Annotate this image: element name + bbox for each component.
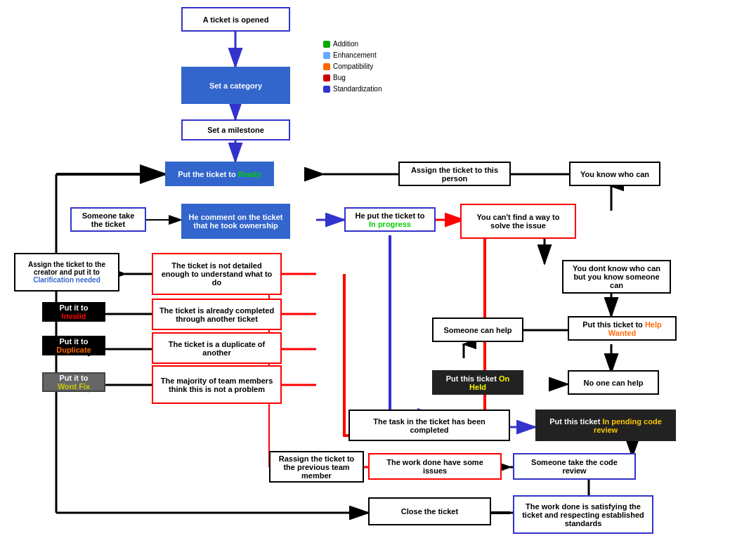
- legend-enhancement-dot: [323, 52, 330, 59]
- put-pending-node: Put this ticket In pending code review: [535, 410, 676, 441]
- cant-find-label: You can't find a way to solve the issue: [467, 213, 569, 230]
- assign-creator-label: Assign the ticket to the creator and put…: [21, 261, 112, 284]
- assign-person-node: Assign the ticket to this person: [398, 162, 511, 186]
- legend-bug: Bug: [323, 72, 382, 84]
- ticket-opened-label: A ticket is opened: [203, 15, 269, 24]
- put-wontfix-label: Put it to Wont Fix: [49, 374, 98, 391]
- close-ticket-node: Close the ticket: [368, 497, 491, 525]
- assign-creator-node: Assign the ticket to the creator and put…: [14, 253, 119, 292]
- duplicate-node: The ticket is a duplicate of another: [152, 332, 282, 364]
- you-know-who-label: You know who can: [580, 170, 649, 178]
- already-completed-label: The ticket is already completed through …: [159, 306, 275, 323]
- he-comment-label: He comment on the ticket that he took ow…: [188, 213, 283, 230]
- rassign-node: Rassign the ticket to the previous team …: [269, 451, 364, 483]
- someone-can-help-label: Someone can help: [443, 326, 511, 334]
- assign-person-label: Assign the ticket to this person: [405, 166, 504, 183]
- someone-can-help-node: Someone can help: [432, 317, 523, 342]
- work-issues-label: The work done have some issues: [375, 458, 495, 475]
- you-know-who-node: You know who can: [569, 162, 660, 186]
- legend-enhancement: Enhancement: [323, 50, 382, 61]
- no-one-help-label: No one can help: [584, 379, 644, 387]
- set-milestone-node: Set a milestone: [181, 119, 290, 140]
- task-completed-label: The task in the ticket has been complete…: [356, 417, 503, 434]
- put-ready-node: Put the ticket to Ready: [165, 162, 274, 186]
- legend-compatibility-label: Compatibility: [333, 61, 373, 72]
- dont-know-who-label: You dont know who can but you know someo…: [569, 264, 664, 289]
- already-completed-node: The ticket is already completed through …: [152, 299, 282, 330]
- legend-standardization: Standardization: [323, 84, 382, 95]
- close-ticket-label: Close the ticket: [401, 507, 458, 516]
- someone-review-node: Someone take the code review: [513, 453, 636, 480]
- duplicate-label: The ticket is a duplicate of another: [159, 340, 275, 357]
- flowchart: A ticket is opened Set a category Set a …: [0, 0, 756, 550]
- dont-know-who-node: You dont know who can but you know someo…: [562, 260, 671, 294]
- put-duplicate-node: Put it to Duplicate: [42, 336, 105, 355]
- ticket-opened-node: A ticket is opened: [181, 7, 290, 32]
- legend-addition-dot: [323, 41, 330, 48]
- majority-label: The majority of team members think this …: [159, 377, 275, 393]
- put-onhold-label: Put this ticket On Held: [439, 374, 516, 391]
- set-milestone-label: Set a milestone: [207, 126, 264, 134]
- put-ready-label: Put the ticket to Ready: [178, 170, 261, 178]
- rassign-label: Rassign the ticket to the previous team …: [276, 454, 357, 480]
- someone-review-label: Someone take the code review: [520, 458, 629, 475]
- in-progress-node: He put the ticket to In progress: [344, 207, 436, 232]
- legend: Addition Enhancement Compatibility Bug S…: [323, 39, 382, 95]
- set-category-node: Set a category: [181, 67, 290, 104]
- work-satisfying-label: The work done is satisfying the ticket a…: [520, 502, 646, 528]
- not-detailed-node: The ticket is not detailed enough to und…: [152, 253, 282, 295]
- put-onhold-node: Put this ticket On Held: [432, 370, 523, 395]
- someone-take-label: Someone take the ticket: [77, 211, 139, 228]
- legend-compatibility: Compatibility: [323, 61, 382, 72]
- he-comment-node: He comment on the ticket that he took ow…: [181, 204, 290, 239]
- in-progress-label: He put the ticket to In progress: [351, 211, 429, 228]
- put-duplicate-label: Put it to Duplicate: [49, 337, 98, 354]
- legend-addition: Addition: [323, 39, 382, 50]
- legend-bug-label: Bug: [333, 72, 346, 84]
- put-invalid-label: Put it to Invalid: [49, 303, 98, 320]
- work-issues-node: The work done have some issues: [368, 453, 502, 480]
- legend-bug-dot: [323, 74, 330, 81]
- someone-take-node: Someone take the ticket: [70, 207, 146, 232]
- set-category-label: Set a category: [209, 81, 262, 90]
- put-pending-label: Put this ticket In pending code review: [542, 417, 669, 434]
- legend-compatibility-dot: [323, 63, 330, 70]
- cant-find-node: You can't find a way to solve the issue: [460, 204, 576, 239]
- put-invalid-node: Put it to Invalid: [42, 302, 105, 322]
- task-completed-node: The task in the ticket has been complete…: [348, 410, 510, 441]
- legend-addition-label: Addition: [333, 39, 358, 50]
- put-wontfix-node: Put it to Wont Fix: [42, 372, 105, 392]
- legend-enhancement-label: Enhancement: [333, 50, 377, 61]
- work-satisfying-node: The work done is satisfying the ticket a…: [513, 495, 653, 534]
- majority-node: The majority of team members think this …: [152, 365, 282, 404]
- no-one-help-node: No one can help: [568, 370, 659, 395]
- put-helpwanted-label: Put this ticket to Help Wanted: [575, 320, 670, 337]
- not-detailed-label: The ticket is not detailed enough to und…: [159, 261, 275, 287]
- legend-standardization-dot: [323, 86, 330, 93]
- legend-standardization-label: Standardization: [333, 84, 382, 95]
- put-helpwanted-node: Put this ticket to Help Wanted: [568, 316, 677, 341]
